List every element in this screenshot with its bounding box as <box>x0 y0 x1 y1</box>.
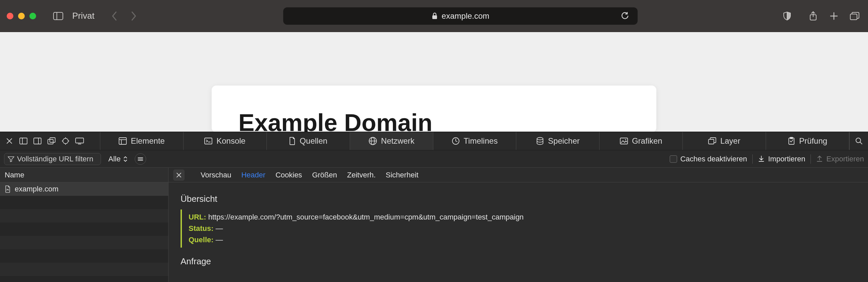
dock-right-button[interactable] <box>31 135 43 147</box>
console-icon <box>204 138 212 144</box>
private-mode-label: Privat <box>72 11 94 21</box>
clock-icon <box>452 137 460 145</box>
svg-rect-2 <box>432 15 437 19</box>
dock-left-button[interactable] <box>18 135 29 147</box>
dock-left-icon <box>20 138 27 144</box>
filter-icon <box>8 156 14 162</box>
detail-tab-security[interactable]: Sicherheit <box>386 171 418 180</box>
tabs-icon <box>850 12 859 20</box>
url-filter-input[interactable]: Vollständige URL filtern <box>4 153 101 165</box>
overview-section-title: Übersicht <box>181 194 856 204</box>
overview-block: URL: https://example.com/?utm_source=fac… <box>181 210 856 248</box>
close-icon <box>6 138 13 144</box>
tab-overview-button[interactable] <box>848 9 861 23</box>
lines-icon <box>137 157 144 161</box>
detach-icon <box>48 137 56 145</box>
network-body: Name example.com Vorschau Header Cookies… <box>0 168 868 282</box>
tab-timelines[interactable]: Timelines <box>433 132 517 150</box>
tab-timelines-label: Timelines <box>464 136 498 146</box>
privacy-report-button[interactable] <box>780 9 794 23</box>
address-bar[interactable]: example.com <box>283 7 638 25</box>
dock-detach-button[interactable] <box>45 135 58 147</box>
tab-console[interactable]: Konsole <box>184 132 267 150</box>
export-button[interactable]: Exportieren <box>816 155 864 163</box>
chevron-left-icon <box>111 11 117 21</box>
tab-network[interactable]: Netzwerk <box>350 132 433 150</box>
devtools-search-button[interactable] <box>849 132 868 150</box>
disable-caches-label: Caches deaktivieren <box>680 155 747 163</box>
dock-right-icon <box>33 138 41 144</box>
url-filter-placeholder: Vollständige URL filtern <box>17 155 93 163</box>
devtools-toolbar: Elemente Konsole Quellen Netzwerk Timeli… <box>0 132 868 150</box>
audit-icon <box>788 137 795 145</box>
devtools-close-button[interactable] <box>3 135 16 147</box>
overview-source-value: — <box>216 236 223 244</box>
svg-rect-8 <box>34 138 41 144</box>
type-filter-label: Alle <box>108 155 121 163</box>
tab-audit-label: Prüfung <box>799 136 827 146</box>
tab-sources-label: Quellen <box>300 136 327 146</box>
document-icon <box>5 185 11 193</box>
request-row-empty <box>0 262 168 276</box>
tab-console-label: Konsole <box>216 136 245 146</box>
svg-rect-0 <box>54 12 63 20</box>
request-row[interactable]: example.com <box>0 182 168 196</box>
group-by-button[interactable] <box>135 153 146 165</box>
overview-url-value: https://example.com/?utm_source=facebook… <box>208 213 524 221</box>
element-picker-button[interactable] <box>60 135 71 147</box>
device-mode-button[interactable] <box>73 135 86 147</box>
plus-icon <box>830 12 838 20</box>
separator <box>810 154 811 164</box>
detail-tab-header[interactable]: Header <box>241 171 266 180</box>
network-subtoolbar: Vollständige URL filtern Alle Caches dea… <box>0 150 868 168</box>
elements-icon <box>119 137 127 145</box>
new-tab-button[interactable] <box>827 9 841 23</box>
tab-graphics[interactable]: Grafiken <box>599 132 683 150</box>
window-close-button[interactable] <box>7 13 13 20</box>
tab-graphics-label: Grafiken <box>632 136 662 146</box>
sidebar-toggle-button[interactable] <box>52 9 65 23</box>
page-heading: Example Domain <box>239 109 629 132</box>
svg-rect-10 <box>48 139 53 144</box>
request-row-empty <box>0 236 168 249</box>
detail-tab-timing[interactable]: Zeitverh. <box>347 171 376 180</box>
export-label: Exportieren <box>826 155 864 163</box>
crosshair-icon <box>62 137 69 145</box>
tab-sources[interactable]: Quellen <box>267 132 350 150</box>
detail-tab-cookies[interactable]: Cookies <box>276 171 302 180</box>
webpage-viewport: Example Domain <box>0 32 868 132</box>
import-button[interactable]: Importieren <box>758 155 805 163</box>
detail-tab-preview[interactable]: Vorschau <box>200 171 231 180</box>
devtools-tabs: Elemente Konsole Quellen Netzwerk Timeli… <box>100 132 849 150</box>
browser-toolbar: Privat example.com <box>0 0 868 32</box>
overview-status-value: — <box>216 224 223 232</box>
address-text: example.com <box>442 11 490 21</box>
disable-caches-checkbox[interactable]: Caches deaktivieren <box>670 155 747 163</box>
image-icon <box>620 138 628 144</box>
detail-tab-sizes[interactable]: Größen <box>312 171 337 180</box>
request-row-empty <box>0 196 168 209</box>
request-row-name: example.com <box>15 185 59 193</box>
separator <box>752 154 753 164</box>
tab-layers[interactable]: Layer <box>683 132 766 150</box>
detail-content: Übersicht URL: https://example.com/?utm_… <box>168 182 868 282</box>
detail-close-button[interactable] <box>173 169 185 181</box>
network-icon <box>369 137 377 145</box>
window-zoom-button[interactable] <box>29 13 36 20</box>
type-filter-dropdown[interactable]: Alle <box>106 155 129 163</box>
tab-elements[interactable]: Elemente <box>100 132 184 150</box>
import-label: Importieren <box>768 155 805 163</box>
svg-point-23 <box>537 138 543 140</box>
nav-forward-button[interactable] <box>127 9 141 23</box>
request-list-header[interactable]: Name <box>0 168 168 182</box>
share-button[interactable] <box>806 9 820 23</box>
tab-storage[interactable]: Speicher <box>516 132 599 150</box>
nav-back-button[interactable] <box>108 9 121 23</box>
share-icon <box>809 11 817 21</box>
tab-audit[interactable]: Prüfung <box>766 132 849 150</box>
window-minimize-button[interactable] <box>18 13 25 20</box>
layers-icon <box>708 137 716 145</box>
overview-status-label: Status: <box>189 224 214 232</box>
sidebar-icon <box>53 12 63 20</box>
overview-source-label: Quelle: <box>189 236 214 244</box>
